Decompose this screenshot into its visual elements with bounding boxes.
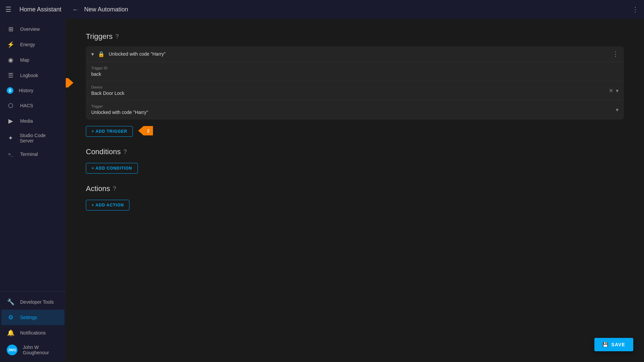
sidebar-label-notifications: Notifications bbox=[20, 330, 46, 336]
add-trigger-row: + ADD TRIGGER 2 bbox=[86, 125, 624, 137]
sidebar-label-user: John W Goughenour bbox=[23, 345, 59, 355]
settings-icon: ⚙ bbox=[7, 314, 15, 321]
trigger-id-value[interactable]: back bbox=[91, 71, 619, 77]
sidebar-label-overview: Overview bbox=[20, 26, 40, 32]
annotation-arrow-2: 2 bbox=[138, 126, 153, 135]
actions-title: Actions bbox=[86, 184, 110, 193]
user-avatar: JWG bbox=[7, 345, 17, 355]
developer-tools-icon: 🔧 bbox=[7, 298, 15, 306]
history-icon: 0 bbox=[7, 87, 13, 94]
sidebar-item-notifications[interactable]: 🔔 Notifications bbox=[1, 325, 64, 341]
back-button[interactable]: ← bbox=[72, 6, 79, 13]
page-title: New Automation bbox=[84, 6, 128, 13]
sidebar-item-hacs[interactable]: ⬡ HACS bbox=[1, 98, 64, 113]
trigger-type-field: Trigger Unlocked with code "Harry" ▾ bbox=[86, 100, 624, 119]
sidebar-item-user[interactable]: JWG John W Goughenour bbox=[1, 341, 64, 359]
media-icon: ▶ bbox=[7, 117, 15, 125]
sidebar-label-logbook: Logbook bbox=[20, 73, 38, 78]
trigger-more-icon[interactable]: ⋮ bbox=[612, 50, 619, 58]
sidebar-label-energy: Energy bbox=[20, 42, 35, 47]
sidebar-label-history: History bbox=[19, 88, 34, 93]
sidebar-label-map: Map bbox=[20, 57, 29, 63]
annotation-arrow-1: 1 bbox=[66, 78, 73, 87]
more-options-icon[interactable]: ⋮ bbox=[632, 5, 639, 13]
actions-section: Actions ? + ADD ACTION bbox=[86, 184, 624, 210]
energy-icon: ⚡ bbox=[7, 41, 15, 48]
triggers-section: Triggers ? 1 ▾ 🔒 Unlocked with code "Har bbox=[86, 32, 624, 137]
menu-icon[interactable]: ☰ bbox=[5, 5, 11, 13]
trigger-id-label: Trigger ID bbox=[91, 66, 619, 70]
device-label: Device bbox=[91, 85, 609, 89]
sidebar-item-logbook[interactable]: ☰ Logbook bbox=[1, 68, 64, 83]
collapse-icon[interactable]: ▾ bbox=[91, 51, 94, 57]
sidebar-item-overview[interactable]: ⊞ Overview bbox=[1, 21, 64, 37]
terminal-icon: >_ bbox=[7, 152, 15, 157]
trigger-type-value[interactable]: Unlocked with code "Harry" bbox=[91, 110, 616, 115]
trigger-card: ▾ 🔒 Unlocked with code "Harry" ⋮ Trigger… bbox=[86, 46, 624, 119]
triggers-help-icon[interactable]: ? bbox=[115, 33, 119, 40]
triggers-header: Triggers ? bbox=[86, 32, 624, 41]
conditions-title: Conditions bbox=[86, 147, 121, 156]
save-label: SAVE bbox=[611, 342, 625, 347]
add-condition-button[interactable]: + ADD CONDITION bbox=[86, 163, 138, 174]
device-value[interactable]: Back Door Lock bbox=[91, 90, 609, 96]
save-button[interactable]: 💾 SAVE bbox=[594, 338, 633, 351]
notifications-icon: 🔔 bbox=[7, 329, 15, 337]
sidebar-item-history[interactable]: 0 History bbox=[1, 83, 64, 98]
conditions-help-icon[interactable]: ? bbox=[123, 148, 127, 156]
topbar: ☰ Home Assistant ← New Automation ⋮ bbox=[0, 0, 644, 19]
trigger-type-label: Trigger bbox=[91, 104, 616, 108]
trigger-card-header: ▾ 🔒 Unlocked with code "Harry" ⋮ bbox=[86, 46, 624, 62]
device-field: Device Back Door Lock ✕ ▾ bbox=[86, 81, 624, 100]
add-trigger-button[interactable]: + ADD TRIGGER bbox=[86, 126, 133, 137]
trigger-card-wrapper: 1 ▾ 🔒 Unlocked with code "Harry" ⋮ Trigg… bbox=[86, 46, 624, 119]
sidebar-item-map[interactable]: ◉ Map bbox=[1, 52, 64, 68]
trigger-type-chevron-icon[interactable]: ▾ bbox=[616, 107, 619, 113]
device-clear-icon[interactable]: ✕ bbox=[609, 87, 613, 94]
map-icon: ◉ bbox=[7, 56, 15, 64]
sidebar-label-developer-tools: Developer Tools bbox=[20, 299, 54, 305]
sidebar-label-hacs: HACS bbox=[20, 103, 33, 108]
trigger-id-field: Trigger ID back bbox=[86, 62, 624, 81]
app-name: Home Assistant bbox=[19, 6, 61, 13]
trigger-type-icon: 🔒 bbox=[98, 51, 105, 57]
sidebar-label-studio: Studio Code Server bbox=[20, 133, 59, 143]
sidebar-label-terminal: Terminal bbox=[20, 152, 38, 157]
add-action-button[interactable]: + ADD ACTION bbox=[86, 200, 129, 210]
content-area: Triggers ? 1 ▾ 🔒 Unlocked with code "Har bbox=[66, 19, 644, 362]
sidebar-item-studio-code-server[interactable]: ✦ Studio Code Server bbox=[1, 129, 64, 147]
trigger-label: Unlocked with code "Harry" bbox=[109, 51, 608, 57]
sidebar-item-developer-tools[interactable]: 🔧 Developer Tools bbox=[1, 294, 64, 310]
logbook-icon: ☰ bbox=[7, 72, 15, 79]
sidebar-label-media: Media bbox=[20, 118, 33, 124]
sidebar-item-media[interactable]: ▶ Media bbox=[1, 113, 64, 129]
sidebar-item-terminal[interactable]: >_ Terminal bbox=[1, 147, 64, 161]
conditions-section: Conditions ? + ADD CONDITION bbox=[86, 147, 624, 174]
triggers-title: Triggers bbox=[86, 32, 113, 41]
studio-code-icon: ✦ bbox=[7, 134, 14, 142]
conditions-header: Conditions ? bbox=[86, 147, 624, 156]
hacs-icon: ⬡ bbox=[7, 102, 15, 109]
overview-icon: ⊞ bbox=[7, 25, 15, 33]
sidebar-item-energy[interactable]: ⚡ Energy bbox=[1, 37, 64, 52]
sidebar: ⊞ Overview ⚡ Energy ◉ Map ☰ Logbook 0 Hi… bbox=[0, 19, 66, 362]
actions-header: Actions ? bbox=[86, 184, 624, 193]
main-layout: ⊞ Overview ⚡ Energy ◉ Map ☰ Logbook 0 Hi… bbox=[0, 19, 644, 362]
sidebar-label-settings: Settings bbox=[20, 315, 37, 320]
save-icon: 💾 bbox=[602, 342, 608, 347]
sidebar-bottom: 🔧 Developer Tools ⚙ Settings 🔔 Notificat… bbox=[0, 291, 66, 359]
device-chevron-icon[interactable]: ▾ bbox=[616, 87, 619, 94]
sidebar-item-settings[interactable]: ⚙ Settings bbox=[1, 310, 64, 325]
actions-help-icon[interactable]: ? bbox=[113, 185, 116, 192]
